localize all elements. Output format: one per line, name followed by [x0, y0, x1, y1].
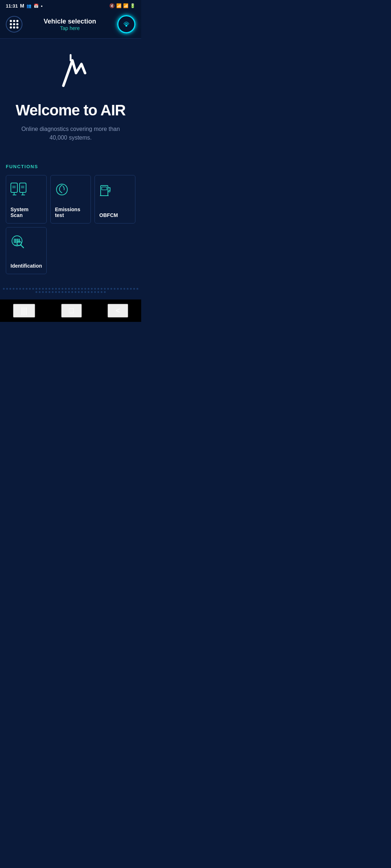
home-button[interactable]: □ [61, 304, 82, 318]
deco-dot [45, 288, 47, 290]
status-time: 11:31 [6, 3, 18, 9]
air-logo-icon [52, 53, 89, 93]
system-scan-card[interactable]: System Scan [6, 175, 47, 224]
emissions-test-label: Emissions test [55, 207, 87, 218]
menu-button[interactable] [6, 16, 22, 33]
deco-dot [13, 288, 14, 290]
obfcm-icon [99, 183, 113, 207]
wireless-icon [122, 19, 131, 30]
navigation-bar: ||| □ < [0, 299, 141, 322]
deco-dot [107, 288, 109, 290]
deco-dot [81, 288, 83, 290]
deco-dot [114, 288, 115, 290]
header-title-container[interactable]: Vehicle selection Tap here [22, 18, 117, 31]
battery-icon: 🔋 [130, 3, 135, 8]
identification-icon: VIN [10, 235, 26, 259]
deco-dot [127, 288, 129, 290]
functions-section: FUNCTIONS System Scan [0, 160, 141, 281]
bottom-decoration [0, 281, 141, 299]
deco-dot [81, 291, 83, 293]
deco-dot [39, 288, 41, 290]
deco-dot [117, 288, 119, 290]
mute-icon: 🔇 [109, 3, 115, 8]
deco-dot [75, 291, 76, 293]
dot-9 [16, 26, 18, 29]
status-right: 🔇 📶 📶 🔋 [109, 3, 135, 8]
status-left: 11:31 M 👥 📅 • [6, 3, 42, 9]
connection-button[interactable] [117, 15, 135, 33]
deco-dot [26, 288, 28, 290]
deco-dot [32, 288, 34, 290]
obfcm-card[interactable]: OBFCM [94, 175, 135, 224]
deco-dot [16, 288, 18, 290]
emissions-test-icon [55, 183, 69, 207]
empty-card-1 [50, 227, 91, 274]
deco-dot [91, 291, 93, 293]
deco-dot [71, 288, 73, 290]
deco-dot [49, 291, 50, 293]
functions-bottom-row: VIN Identification [6, 227, 135, 274]
deco-dot [22, 288, 24, 290]
dot-5 [13, 23, 15, 25]
identification-card[interactable]: VIN Identification [6, 227, 47, 274]
dot-4 [10, 23, 12, 25]
notification-dot: • [41, 3, 43, 9]
deco-dot [6, 288, 8, 290]
emissions-test-card[interactable]: Emissions test [50, 175, 91, 224]
deco-dot [91, 288, 93, 290]
deco-dot [78, 288, 80, 290]
recent-apps-button[interactable]: ||| [13, 304, 35, 318]
deco-dot [42, 291, 44, 293]
deco-dot [133, 288, 135, 290]
deco-dot [94, 291, 96, 293]
deco-dot [101, 291, 102, 293]
deco-dot [62, 291, 63, 293]
deco-dot [19, 288, 21, 290]
deco-dot [49, 288, 50, 290]
deco-dot [58, 288, 60, 290]
calendar-icon: 📅 [34, 4, 39, 8]
gmail-icon: M [20, 3, 24, 9]
deco-dot [71, 291, 73, 293]
deco-dot [55, 291, 57, 293]
dot-2 [13, 20, 15, 22]
deco-dot [84, 291, 86, 293]
svg-point-0 [126, 25, 127, 26]
dot-8 [13, 26, 15, 29]
deco-dot [58, 291, 60, 293]
deco-dot [104, 291, 106, 293]
deco-dot [136, 288, 138, 290]
vehicle-selection-label: Vehicle selection [22, 18, 117, 25]
deco-dot [62, 288, 63, 290]
deco-dot [35, 291, 37, 293]
deco-dot [65, 288, 67, 290]
deco-dot [55, 288, 57, 290]
deco-dot [29, 288, 31, 290]
functions-top-row: System Scan Emissions test [6, 175, 135, 224]
functions-label: FUNCTIONS [6, 164, 135, 169]
deco-dot [123, 288, 125, 290]
dot-3 [16, 20, 18, 22]
deco-dot [39, 291, 41, 293]
menu-dots-grid [10, 20, 18, 29]
deco-dot [68, 291, 70, 293]
deco-dot [35, 288, 37, 290]
signal-icon: 📶 [123, 3, 129, 8]
system-scan-icon [10, 183, 26, 206]
deco-dot [78, 291, 80, 293]
empty-card-2 [95, 227, 135, 274]
system-scan-label: System Scan [10, 207, 42, 218]
deco-dot [42, 288, 44, 290]
deco-dot [45, 291, 47, 293]
back-button[interactable]: < [108, 304, 128, 318]
deco-dot [84, 288, 86, 290]
deco-dot [130, 288, 132, 290]
deco-dot [3, 288, 5, 290]
svg-rect-13 [102, 187, 107, 190]
deco-dot [104, 288, 106, 290]
deco-dot [65, 291, 67, 293]
deco-dot [9, 288, 11, 290]
deco-dot [52, 288, 54, 290]
tap-here-label: Tap here [22, 25, 117, 31]
svg-text:VIN: VIN [14, 244, 17, 246]
